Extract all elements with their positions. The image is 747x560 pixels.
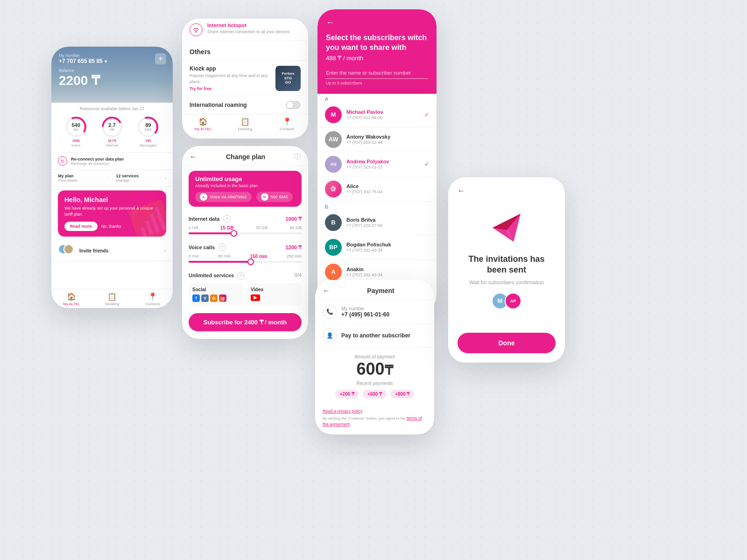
invite-friends-row[interactable]: Invite friends › — [51, 240, 173, 261]
services-bottom-nav: 🏠 My ALTEL 📋 Detailing 📍 Contacts — [182, 114, 308, 134]
privacy-link[interactable]: Read a privacy policy — [323, 409, 427, 413]
balance-label: Balance — [59, 68, 165, 73]
change-plan-card: ← Change plan ⓘ Unlimited usage Already … — [182, 146, 308, 339]
read-more-button[interactable]: Read more — [64, 222, 98, 231]
alice-avatar-img: 🌸 — [330, 186, 337, 192]
internet-title: Internet data ? — [189, 215, 231, 223]
ok-icon: O — [210, 294, 218, 302]
nav-my-altel[interactable]: 🏠 My ALTEL — [51, 292, 92, 306]
video-card[interactable]: Video — [247, 283, 302, 306]
privacy-text-content: By clicking the "Continue" button, you a… — [323, 416, 406, 420]
voice-slider-fill — [189, 261, 251, 263]
contact-andrew[interactable]: AN Andrew Polyakov +7 (707) 323-11-11 ✓ — [317, 152, 437, 177]
subscribers-price: 488 ₸ / month — [326, 55, 428, 62]
voice-slider-track[interactable] — [189, 261, 302, 263]
nav-detailing-s2[interactable]: 📋 Detailing — [224, 117, 266, 131]
social-icons-row: f V O ig — [192, 294, 240, 302]
cp-info-button[interactable]: ⓘ — [294, 153, 301, 161]
voice-price: 1200 ₸ — [285, 245, 302, 251]
nav-my-altel-s2[interactable]: 🏠 My ALTEL — [182, 117, 224, 131]
nav-my-altel-label-s2: My ALTEL — [195, 127, 211, 131]
internet-resource: 2.7GB 10 Гб Internet — [100, 115, 124, 147]
kiozk-text: Kiozk app Popular magazines at any time … — [190, 65, 275, 91]
unlimited-sub: Already included in the basic plan — [195, 183, 295, 188]
contact-phone-andrew: +7 (707) 323-11-11 — [346, 165, 420, 169]
messages-total: 150 — [136, 139, 160, 142]
internet-header: Internet data ? 1000 ₸ — [189, 215, 302, 223]
contact-info-andrew: Andrew Polyakov +7 (707) 323-11-11 — [346, 159, 420, 169]
contact-michael-pavlov[interactable]: M Michael Pavlov +7 (707) 311-66-00 ✓ — [317, 103, 437, 127]
kiozk-cta[interactable]: Try for free — [190, 86, 275, 91]
hotspot-sub: Share internet connection to all your de… — [207, 29, 290, 35]
invitation-header: ← — [458, 187, 556, 195]
voice-name: Voice — [64, 143, 88, 147]
hotspot-icon — [190, 23, 203, 36]
internet-total: 10 Гб — [100, 139, 124, 142]
amount-number: 600 — [356, 359, 384, 378]
cp-title: Change plan — [226, 153, 265, 161]
paper-plane-icon — [488, 209, 525, 246]
services-item[interactable]: 12 services Manage › — [112, 174, 167, 182]
altel-voice-icon: A — [200, 193, 207, 201]
contact-avatar-bogdan: BP — [325, 239, 342, 256]
others-header: Others — [182, 41, 308, 61]
my-number-label: My number — [341, 306, 389, 311]
subscribe-button[interactable]: Subscribe for 2400 ₸ / month — [189, 313, 302, 331]
nav-contacts-s2[interactable]: 📍 Contacts — [266, 117, 308, 131]
my-number-option[interactable]: 📞 My number +7 (495) 961-01-60 — [315, 300, 434, 324]
subscribers-back-button[interactable]: ← — [326, 18, 428, 28]
int-roaming-label: International roaming — [190, 102, 247, 108]
nav-contacts-label-s2: Contacts — [280, 127, 295, 131]
nav-contacts-label: Contacts — [145, 302, 160, 306]
contact-antony[interactable]: AW Antony Wakovsky +7 (707) 324-22-44 — [317, 127, 437, 152]
internet-circle: 2.7GB — [100, 115, 124, 139]
contact-bogdan[interactable]: BP Bogdan Polischuk +7 (707) 331-43-34 — [317, 235, 437, 260]
contact-avatar-alice: 🌸 — [325, 181, 342, 197]
pay-to-subscriber-option[interactable]: 👤 Pay to another subscriber — [315, 324, 434, 348]
nav-detailing[interactable]: 📋 Detailing — [92, 292, 133, 306]
contact-boris[interactable]: B Boris Britva +7 (707) 223-27-00 — [317, 210, 437, 235]
internet-slider-fill — [189, 232, 234, 234]
home-icon: 🏠 — [67, 292, 76, 301]
social-label: Social — [192, 287, 240, 292]
internet-slider-thumb[interactable] — [231, 230, 237, 237]
contact-alice[interactable]: 🌸 Alice +7 (707) 332-75-44 — [317, 177, 437, 202]
phone-number-display[interactable]: +7 707 655 85 85 — [59, 58, 165, 64]
invite-avatars — [58, 244, 77, 257]
voice-value: 540Min — [71, 122, 80, 132]
unlimited-services-section: Unlimited services ? 0/4 Social f V O ig… — [182, 268, 308, 309]
voice-slider-thumb[interactable] — [247, 259, 254, 265]
subscriber-search-input[interactable] — [326, 67, 428, 79]
cp-back-button[interactable]: ← — [190, 153, 197, 161]
social-card[interactable]: Social f V O ig — [189, 283, 243, 306]
recipient-avatar: AP — [505, 293, 521, 309]
nav-contacts[interactable]: 📍 Contacts — [132, 292, 173, 306]
voice-opt-1: 0 min — [189, 254, 199, 259]
contact-phone-antony: +7 (707) 324-22-44 — [346, 140, 429, 145]
contact-info-anakin: Anakin +7 (707) 331-43-34 — [346, 266, 429, 277]
quick-amount-200[interactable]: +200 ₸ — [335, 390, 359, 399]
voice-info-icon[interactable]: ? — [218, 244, 226, 251]
reconnect-bar[interactable]: ↻ Re-connect your data plan Recharge all… — [51, 153, 173, 170]
add-button[interactable]: + — [155, 53, 166, 64]
no-thanks-button[interactable]: No, thanks — [101, 222, 121, 231]
internet-slider-track[interactable] — [189, 232, 302, 234]
done-button[interactable]: Done — [458, 333, 556, 353]
reconnect-icon: ↻ — [58, 156, 67, 166]
plan-row: My plan View details › 12 services Manag… — [51, 170, 173, 187]
contact-info-michael: Michael Pavlov +7 (707) 311-66-00 — [346, 109, 420, 120]
vk-icon: V — [201, 294, 209, 302]
internet-info-icon[interactable]: ? — [223, 215, 231, 223]
reconnect-text: Re-connect your data plan Recharge all r… — [71, 157, 124, 166]
quick-amount-800[interactable]: +800 ₸ — [390, 390, 414, 399]
detailing-icon-s2: 📋 — [240, 117, 250, 126]
contact-name-alice: Alice — [346, 183, 429, 189]
us-header: Unlimited services ? 0/4 — [189, 272, 302, 280]
unlimited-services-info-icon[interactable]: ? — [237, 272, 245, 280]
roaming-toggle[interactable] — [286, 101, 301, 109]
invitation-back-button[interactable]: ← — [458, 187, 465, 195]
my-number-label: My number — [59, 53, 165, 58]
my-plan-item[interactable]: My plan View details › — [58, 174, 108, 182]
quick-amount-600[interactable]: +600 ₸ — [363, 390, 387, 399]
payment-back-button[interactable]: ← — [323, 287, 330, 295]
